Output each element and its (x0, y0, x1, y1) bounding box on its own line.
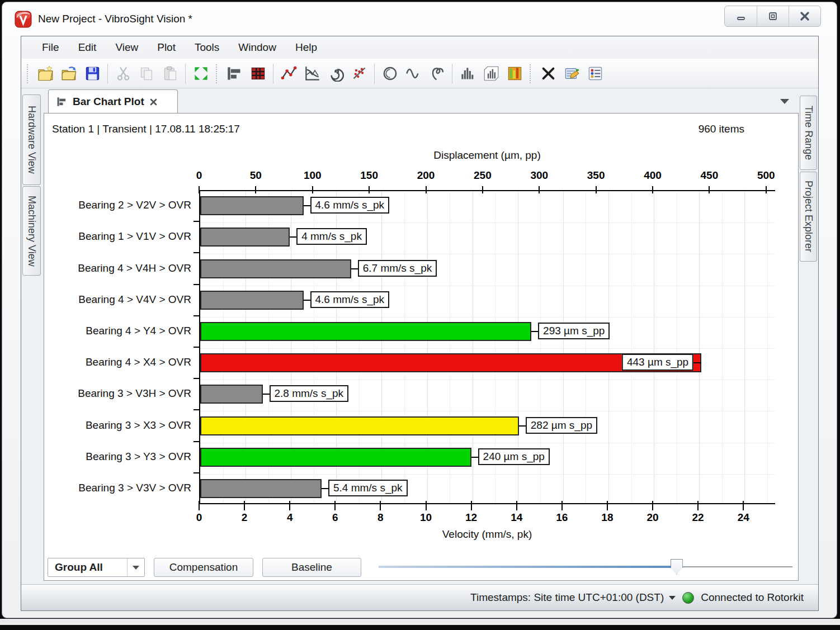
menu-view[interactable]: View (106, 38, 148, 57)
top-axis-tick-label: 0 (180, 169, 219, 182)
left-axis-tick (194, 472, 199, 473)
tab-bar-chart-plot[interactable]: Bar Chart Plot (48, 89, 178, 113)
legend-button[interactable] (583, 62, 607, 86)
slider-handle[interactable] (671, 559, 683, 575)
value-whisker (322, 488, 328, 489)
legend-icon (587, 65, 603, 82)
desktop-strip (0, 619, 840, 625)
histogram-plot-icon (460, 65, 476, 82)
client-area: FileEditViewPlotToolsWindowHelp Hardware… (21, 36, 819, 611)
side-tab-hardware-view[interactable]: Hardware View (22, 94, 41, 185)
value-label: 5.4 mm/s s_pk (328, 480, 408, 496)
baseline-button[interactable]: Baseline (262, 558, 361, 577)
left-axis-tick (194, 284, 199, 285)
bottom-axis-tick-label: 2 (225, 511, 264, 524)
menu-tools[interactable]: Tools (185, 38, 229, 57)
top-axis-tick (596, 186, 597, 193)
value-label: 443 µm s_pp (622, 354, 693, 371)
menu-plot[interactable]: Plot (148, 38, 185, 57)
category-label: Bearing 4 > Y4 > OVR (44, 325, 191, 337)
bottom-axis-tick (471, 501, 472, 510)
app-icon (15, 11, 32, 28)
table-view-button[interactable] (246, 62, 270, 86)
bottom-axis-tick-label: 14 (497, 511, 536, 524)
bar[interactable] (200, 228, 290, 247)
workspace: Hardware ViewMachinery View Time RangePr… (21, 89, 818, 584)
save-icon (84, 65, 101, 82)
bar[interactable] (200, 196, 304, 215)
value-whisker (351, 268, 358, 269)
spiral-plot-button[interactable] (324, 62, 347, 86)
tab-list-dropdown-icon[interactable] (780, 99, 789, 104)
copy-button[interactable] (135, 62, 158, 86)
category-label: Bearing 3 > V3V > OVR (44, 482, 191, 494)
category-label: Bearing 4 > X4 > OVR (44, 356, 191, 368)
bar[interactable] (200, 479, 322, 498)
value-label: 240 µm s_pp (478, 448, 550, 465)
open-project-icon (61, 65, 77, 82)
scatter-plot-button[interactable] (347, 62, 371, 86)
bottom-axis-tick-label: 0 (180, 511, 219, 524)
value-whisker (471, 457, 478, 458)
orbit-plot-button[interactable] (378, 62, 402, 86)
save-button[interactable] (81, 62, 104, 86)
titlebar: New Project - VibroSight Vision * (15, 7, 192, 31)
bottom-axis-tick-label: 16 (542, 511, 582, 524)
polar-plot-button[interactable] (425, 62, 449, 86)
bar-chart-plot-button[interactable] (223, 62, 246, 86)
bar[interactable] (200, 259, 351, 278)
paste-button[interactable] (158, 62, 182, 86)
value-whisker (531, 331, 538, 332)
connection-text: Connected to Rotorkit (701, 591, 804, 604)
value-slider[interactable] (379, 557, 792, 576)
slider-track-filled[interactable] (379, 566, 677, 568)
bar[interactable] (200, 385, 263, 404)
plot-panel: Station 1 | Transient | 17.08.11 18:25:1… (44, 113, 799, 581)
bottom-axis-tick (334, 501, 336, 510)
tab-close-icon[interactable] (149, 98, 158, 106)
bar-chart-icon (56, 96, 68, 107)
auto-fit-button[interactable] (189, 62, 213, 86)
timestamps-dropdown[interactable]: Timestamps: Site time UTC+01:00 (DST) (470, 591, 676, 604)
maximize-button[interactable] (757, 6, 789, 26)
menu-edit[interactable]: Edit (69, 38, 106, 57)
new-project-button[interactable] (34, 62, 57, 86)
side-tab-project-explorer[interactable]: Project Explorer (800, 172, 817, 262)
top-axis-title: Displacement (µm, pp) (199, 149, 775, 162)
bar[interactable] (200, 291, 304, 310)
cut-button[interactable] (111, 62, 135, 86)
slider-track-empty[interactable] (677, 566, 792, 567)
side-tab-time-range[interactable]: Time Range (800, 96, 817, 170)
spectrogram-plot-button[interactable] (503, 62, 526, 86)
delete-icon (540, 65, 556, 82)
bottom-axis-tick (652, 501, 653, 510)
group-dropdown-value: Group All (48, 558, 127, 576)
menu-help[interactable]: Help (286, 38, 327, 57)
row-separator (200, 474, 775, 475)
menu-window[interactable]: Window (229, 38, 286, 57)
group-dropdown-arrow[interactable] (127, 558, 144, 576)
left-axis-tick (194, 409, 199, 410)
waterfall-plot-button[interactable] (479, 62, 503, 86)
delete-button[interactable] (536, 62, 560, 86)
category-label: Bearing 3 > X3 > OVR (44, 419, 191, 432)
bottom-axis-tick-label: 12 (452, 511, 491, 524)
menu-file[interactable]: File (32, 38, 69, 57)
top-axis-tick-label: 300 (520, 169, 559, 182)
properties-button[interactable] (560, 62, 583, 86)
side-tab-machinery-view[interactable]: Machinery View (22, 186, 41, 276)
trend-plot-button[interactable] (277, 62, 300, 86)
bar[interactable] (200, 448, 471, 467)
waveform-plot-button[interactable] (402, 62, 425, 86)
histogram-plot-button[interactable] (456, 62, 479, 86)
bar[interactable] (200, 322, 531, 341)
open-project-button[interactable] (57, 62, 81, 86)
compensation-button[interactable]: Compensation (154, 558, 253, 577)
spectrum-plot-button[interactable] (300, 62, 324, 86)
value-label: 4.6 mm/s s_pk (310, 197, 390, 214)
bottom-axis-tick-label: 20 (633, 511, 672, 524)
group-dropdown[interactable]: Group All (48, 558, 145, 577)
minimize-button[interactable] (725, 6, 757, 26)
close-button[interactable] (789, 6, 820, 26)
bar[interactable] (200, 416, 519, 435)
